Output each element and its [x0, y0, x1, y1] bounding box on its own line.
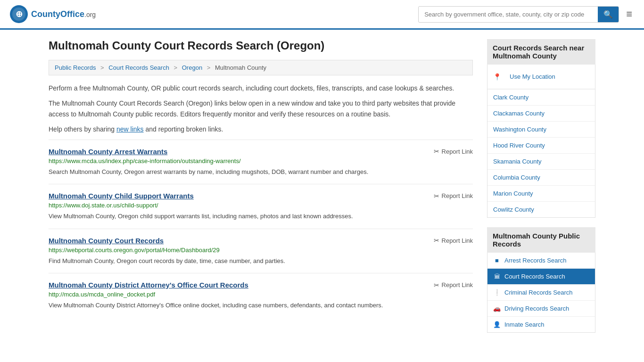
use-my-location-item: 📍 Use My Location	[487, 65, 595, 90]
nearby-county-skamania: Skamania County	[487, 154, 595, 170]
pr-driving-records: 🚗 Driving Records Search	[487, 301, 595, 317]
content-area: Multnomah County Court Records Search (O…	[49, 39, 473, 342]
description-1: Perform a free Multnomah County, OR publ…	[49, 83, 473, 93]
result-desc-3: View Multnomah County District Attorney'…	[49, 301, 473, 310]
main-container: Multnomah County Court Records Search (O…	[39, 30, 605, 352]
page-title: Multnomah County Court Records Search (O…	[49, 39, 473, 52]
sidebar: Court Records Search near Multnomah Coun…	[487, 39, 595, 342]
new-links-link[interactable]: new links	[116, 125, 144, 133]
hamburger-menu-icon[interactable]: ≡	[624, 6, 635, 23]
public-records-list: ■ Arrest Records Search 🏛 Court Records …	[487, 253, 595, 333]
report-link-2[interactable]: ✂ Report Link	[434, 237, 473, 244]
scissors-icon: ✂	[434, 192, 439, 200]
result-desc-0: Search Multnomah County, Oregon arrest w…	[49, 167, 473, 177]
pr-arrest-records: ■ Arrest Records Search	[487, 253, 595, 269]
result-item: Multnomah County Court Records ✂ Report …	[49, 229, 473, 273]
nearby-county-washington: Washington County	[487, 122, 595, 138]
result-url-0[interactable]: https://www.mcda.us/index.php/case-infor…	[49, 157, 473, 165]
public-records-header: Multnomah County Public Records	[487, 227, 595, 253]
result-title-3[interactable]: Multnomah County District Attorney's Off…	[49, 281, 248, 289]
nearby-county-clark: Clark County	[487, 90, 595, 106]
pr-court-label: Court Records Search	[504, 273, 565, 280]
arrest-records-icon: ■	[493, 257, 501, 264]
use-my-location-link[interactable]: Use My Location	[504, 69, 561, 84]
breadcrumb-sep-1: >	[100, 64, 104, 71]
logo-area: ⊕ CountyOffice.org	[9, 5, 96, 24]
breadcrumb-court-records[interactable]: Court Records Search	[108, 64, 169, 71]
search-button[interactable]: 🔍	[598, 7, 619, 22]
result-title-1[interactable]: Multnomah County Child Support Warrants	[49, 192, 194, 200]
driving-records-icon: 🚗	[493, 305, 501, 312]
description-3-pre: Help others by sharing	[49, 125, 116, 133]
result-desc-1: View Multnomah County, Oregon child supp…	[49, 212, 473, 221]
nearby-county-columbia: Columbia County	[487, 170, 595, 186]
criminal-records-icon: ❕	[493, 289, 501, 296]
scissors-icon: ✂	[434, 237, 439, 244]
result-item: Multnomah County District Attorney's Off…	[49, 273, 473, 318]
logo-icon: ⊕	[9, 5, 28, 24]
search-input[interactable]	[419, 8, 598, 21]
result-title-0[interactable]: Multnomah County Arrest Warrants	[49, 148, 167, 156]
result-header: Multnomah County Court Records ✂ Report …	[49, 237, 473, 245]
site-header: ⊕ CountyOffice.org 🔍 ≡	[0, 0, 644, 30]
inmate-search-icon: 👤	[493, 321, 501, 328]
public-records-section: Multnomah County Public Records ■ Arrest…	[487, 227, 595, 333]
search-bar: 🔍	[418, 6, 619, 23]
pr-arrest-label: Arrest Records Search	[504, 257, 567, 264]
nearby-county-cowlitz: Cowlitz County	[487, 202, 595, 217]
description-3-post: and reporting broken links.	[144, 125, 223, 133]
breadcrumb-oregon[interactable]: Oregon	[182, 64, 202, 71]
nearby-county-marion: Marion County	[487, 186, 595, 202]
description-2: The Multnomah County Court Records Searc…	[49, 98, 473, 119]
report-link-0[interactable]: ✂ Report Link	[434, 148, 473, 155]
location-icon: 📍	[493, 73, 501, 81]
pr-driving-label: Driving Records Search	[504, 305, 569, 312]
result-item: Multnomah County Child Support Warrants …	[49, 184, 473, 229]
report-link-1[interactable]: ✂ Report Link	[434, 192, 473, 200]
result-title-2[interactable]: Multnomah County Court Records	[49, 237, 164, 245]
nearby-section-header: Court Records Search near Multnomah Coun…	[487, 39, 595, 65]
pr-inmate-search: 👤 Inmate Search	[487, 317, 595, 332]
pr-criminal-label: Criminal Records Search	[504, 289, 573, 296]
breadcrumb-sep-2: >	[174, 64, 178, 71]
pr-criminal-records: ❕ Criminal Records Search	[487, 285, 595, 301]
nearby-section: Court Records Search near Multnomah Coun…	[487, 39, 595, 218]
scissors-icon: ✂	[434, 148, 439, 155]
nearby-county-hood-river: Hood River County	[487, 138, 595, 154]
logo-text: CountyOffice.org	[31, 9, 96, 19]
report-link-3[interactable]: ✂ Report Link	[434, 281, 473, 289]
nearby-county-list: 📍 Use My Location Clark County Clackamas…	[487, 65, 595, 218]
breadcrumb: Public Records > Court Records Search > …	[49, 60, 473, 75]
result-url-1[interactable]: https://www.doj.state.or.us/child-suppor…	[49, 202, 473, 209]
nearby-county-clackamas: Clackamas County	[487, 106, 595, 122]
result-url-3[interactable]: http://mcda.us/mcda_online_docket.pdf	[49, 291, 473, 298]
result-header: Multnomah County Arrest Warrants ✂ Repor…	[49, 148, 473, 156]
breadcrumb-sep-3: >	[207, 64, 211, 71]
result-header: Multnomah County Child Support Warrants …	[49, 192, 473, 200]
header-right: 🔍 ≡	[418, 6, 635, 23]
result-header: Multnomah County District Attorney's Off…	[49, 281, 473, 289]
breadcrumb-current: Multnomah County	[215, 64, 266, 71]
result-item: Multnomah County Arrest Warrants ✂ Repor…	[49, 140, 473, 184]
scissors-icon: ✂	[434, 281, 439, 289]
court-records-icon: 🏛	[493, 273, 501, 280]
results-container: Multnomah County Arrest Warrants ✂ Repor…	[49, 140, 473, 318]
pr-inmate-label: Inmate Search	[504, 321, 545, 328]
pr-court-records: 🏛 Court Records Search	[487, 269, 595, 285]
description-3: Help others by sharing new links and rep…	[49, 124, 473, 134]
result-desc-2: Find Multnomah County, Oregon court reco…	[49, 256, 473, 266]
svg-text:⊕: ⊕	[16, 9, 23, 19]
result-url-2[interactable]: https://webportal.courts.oregon.gov/port…	[49, 247, 473, 254]
breadcrumb-public-records[interactable]: Public Records	[55, 64, 96, 71]
